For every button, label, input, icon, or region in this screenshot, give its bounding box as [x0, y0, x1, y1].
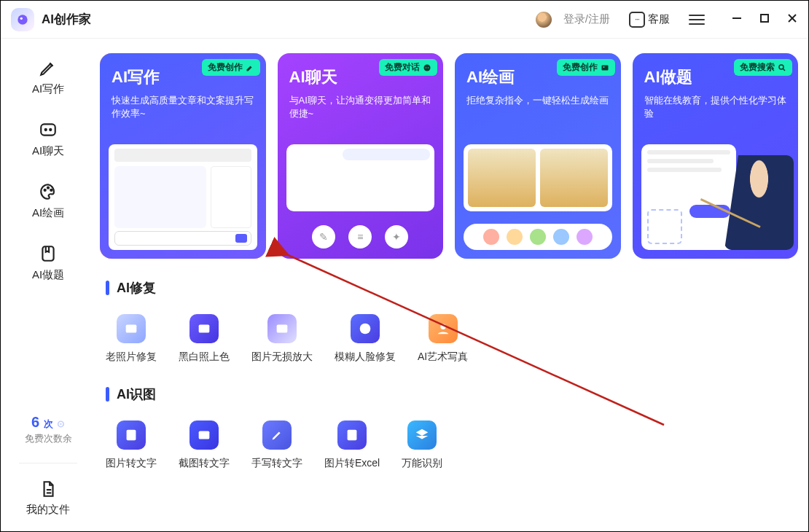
sidebar: AI写作 AI聊天 AI绘画 AI做题 6 次 ⊙ 免费次数余 我的文件 [1, 39, 95, 531]
edit-icon [246, 63, 254, 72]
my-files-button[interactable]: 我的文件 [26, 480, 70, 517]
search-icon [778, 63, 786, 72]
svg-point-0 [17, 15, 27, 24]
sidebar-item-label: AI做题 [32, 268, 64, 282]
tool-bw-colorize[interactable]: 黑白照上色 [179, 314, 230, 364]
svg-rect-24 [277, 325, 288, 333]
sidebar-item-draw[interactable]: AI绘画 [32, 181, 64, 220]
section-bar [106, 387, 109, 402]
tool-screenshot-to-text[interactable]: 截图转文字 [179, 420, 230, 470]
card-preview [109, 144, 257, 250]
card-tag: 免费对话 [379, 59, 437, 76]
svg-point-26 [440, 324, 445, 329]
customer-service-button[interactable]: 客服 [629, 12, 670, 28]
tool-icon [117, 314, 146, 343]
tool-label: 模糊人脸修复 [335, 351, 396, 364]
card-desc: 与AI聊天，让沟通变得更加简单和便捷~ [289, 94, 432, 120]
tool-ai-portrait[interactable]: AI艺术写真 [418, 314, 468, 364]
card-preview [641, 144, 790, 250]
sidebar-item-label: AI绘画 [32, 206, 64, 220]
svg-point-8 [50, 129, 51, 130]
remaining-suffix: 次 [44, 418, 53, 429]
tool-icon [267, 314, 297, 343]
svg-rect-22 [126, 325, 137, 333]
card-tag: 免费创作 [557, 59, 615, 76]
login-link[interactable]: 登录/注册 [563, 12, 610, 26]
tool-label: 万能识别 [402, 457, 442, 470]
tool-icon [407, 420, 437, 450]
card-desc: 快速生成高质量文章和文案提升写作效率~ [112, 94, 254, 120]
title-bar: AI创作家 登录/注册 客服 [1, 1, 808, 39]
chat-icon [423, 63, 431, 72]
tool-icon [189, 314, 219, 343]
pen-icon [38, 58, 58, 78]
minimize-button[interactable] [731, 12, 743, 27]
tool-icon [429, 314, 458, 343]
svg-point-7 [45, 129, 47, 130]
card-ai-draw[interactable]: 免费创作 AI绘画 拒绝复杂指令，一键轻松生成绘画 [455, 53, 621, 259]
divider [19, 463, 77, 463]
sidebar-item-question[interactable]: AI做题 [32, 243, 64, 282]
close-button[interactable] [786, 12, 798, 27]
svg-line-21 [783, 69, 786, 71]
sidebar-item-chat[interactable]: AI聊天 [32, 120, 64, 158]
section-title: AI识图 [117, 386, 156, 403]
maximize-button[interactable] [759, 12, 770, 27]
tool-old-photo-repair[interactable]: 老照片修复 [106, 314, 157, 364]
svg-point-9 [44, 189, 46, 191]
tool-label: 老照片修复 [106, 351, 157, 364]
tool-image-to-text[interactable]: 字图片转文字 [106, 420, 157, 470]
remaining-uses[interactable]: 6 次 ⊙ 免费次数余 [25, 414, 72, 445]
feature-cards-row: 免费创作 AI写作 快速生成高质量文章和文案提升写作效率~ 免费对话 AI聊天 … [100, 53, 798, 259]
section-ai-ocr: AI识图 字图片转文字 截图转文字 手写转文字 图片转Excel 万能识别 [100, 386, 798, 470]
card-desc: 拒绝复杂指令，一键轻松生成绘画 [466, 94, 609, 107]
tool-image-to-excel[interactable]: 图片转Excel [324, 420, 380, 470]
tool-lossless-enlarge[interactable]: 图片无损放大 [251, 314, 313, 364]
svg-rect-6 [41, 124, 55, 135]
card-preview: ✎≡✦ [286, 144, 435, 250]
section-ai-repair: AI修复 老照片修复 黑白照上色 图片无损放大 模糊人脸修复 AI艺术写真 [100, 279, 798, 364]
svg-text:字: 字 [128, 432, 135, 439]
svg-point-10 [47, 187, 49, 189]
tool-icon: 字 [117, 420, 146, 450]
main-content: 免费创作 AI写作 快速生成高质量文章和文案提升写作效率~ 免费对话 AI聊天 … [95, 39, 808, 531]
svg-rect-29 [199, 431, 210, 439]
tool-label: 手写转文字 [251, 457, 302, 470]
svg-point-16 [426, 67, 427, 69]
user-avatar-icon[interactable] [536, 12, 552, 28]
customer-service-label: 客服 [648, 12, 670, 26]
card-ai-question[interactable]: 免费搜索 AI做题 智能在线教育，提供个性化学习体验 [633, 53, 799, 259]
card-tag: 免费搜索 [734, 59, 792, 76]
section-bar [106, 281, 109, 295]
card-desc: 智能在线教育，提供个性化学习体验 [644, 94, 787, 120]
svg-point-17 [428, 67, 429, 69]
tool-label: 黑白照上色 [179, 351, 230, 364]
bookmark-icon [38, 243, 58, 264]
app-title: AI创作家 [42, 11, 91, 28]
svg-rect-18 [601, 65, 608, 70]
hamburger-menu-icon[interactable] [689, 15, 705, 25]
tool-label: 图片转文字 [106, 457, 157, 470]
app-logo [11, 8, 34, 31]
sidebar-item-write[interactable]: AI写作 [32, 58, 64, 96]
svg-point-15 [424, 64, 431, 71]
svg-point-11 [50, 189, 52, 191]
palette-icon [38, 181, 58, 202]
tool-universal-ocr[interactable]: 万能识别 [402, 420, 442, 470]
card-ai-write[interactable]: 免费创作 AI写作 快速生成高质量文章和文案提升写作效率~ [100, 53, 266, 259]
tool-icon [262, 420, 292, 450]
tool-label: 图片转Excel [324, 457, 380, 470]
remaining-count: 6 [31, 414, 39, 430]
remaining-sub: 免费次数余 [25, 432, 72, 445]
sidebar-item-label: AI聊天 [32, 144, 64, 158]
tool-icon [189, 420, 219, 450]
card-ai-chat[interactable]: 免费对话 AI聊天 与AI聊天，让沟通变得更加简单和便捷~ ✎≡✦ [278, 53, 444, 259]
message-icon [38, 120, 58, 140]
card-preview [464, 144, 612, 250]
svg-point-20 [779, 65, 783, 69]
tool-icon [337, 420, 367, 450]
my-files-label: 我的文件 [26, 503, 70, 517]
file-icon [39, 480, 58, 498]
tool-handwriting-to-text[interactable]: 手写转文字 [251, 420, 302, 470]
tool-face-repair[interactable]: 模糊人脸修复 [335, 314, 396, 364]
